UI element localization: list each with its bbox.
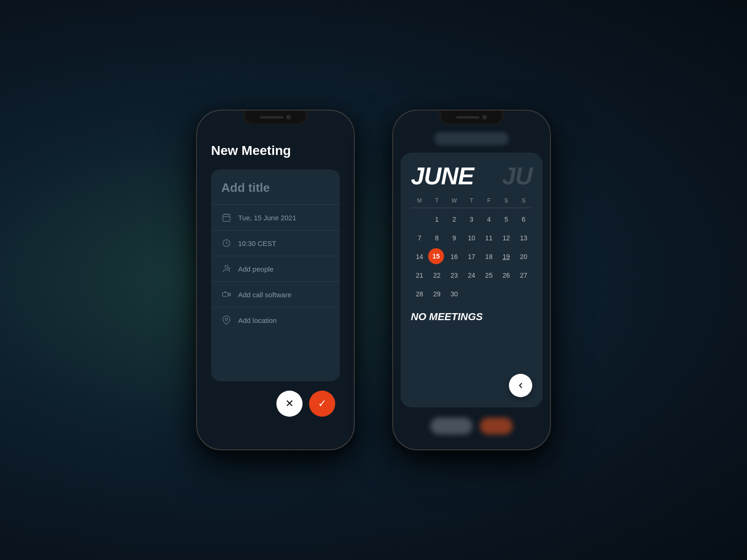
bottom-blur bbox=[393, 407, 550, 449]
calendar-cell bbox=[480, 286, 498, 302]
day-header-w: W bbox=[445, 197, 463, 204]
left-screen: New Meeting Add title Tue, 15 June 2021 bbox=[197, 111, 354, 449]
calendar-header-row: M T W T F S S bbox=[411, 197, 532, 208]
calendar-cell[interactable]: 26 bbox=[498, 267, 515, 284]
calendar-cell[interactable]: 1 bbox=[428, 211, 445, 228]
calendar-cell bbox=[498, 286, 515, 302]
calendar-cell[interactable]: 16 bbox=[445, 248, 463, 265]
svg-point-11 bbox=[226, 318, 228, 321]
left-phone: New Meeting Add title Tue, 15 June 2021 bbox=[196, 110, 355, 450]
day-header-s1: S bbox=[498, 197, 515, 204]
calendar-cell[interactable]: 25 bbox=[480, 267, 498, 284]
right-phone: JUNE JU M T W T F S S 123456789101112131… bbox=[392, 110, 551, 450]
svg-rect-0 bbox=[223, 214, 230, 221]
calendar-cell[interactable]: 19 bbox=[498, 248, 515, 265]
page-title: New Meeting bbox=[211, 143, 340, 158]
calendar-cell[interactable]: 22 bbox=[428, 267, 445, 284]
calendar-cell[interactable]: 23 bbox=[445, 267, 463, 284]
add-call-software-label: Add call software bbox=[238, 291, 291, 299]
calendar-cell[interactable]: 15 bbox=[428, 248, 444, 264]
calendar-cell[interactable]: 29 bbox=[428, 286, 445, 302]
date-row[interactable]: Tue, 15 June 2021 bbox=[221, 205, 330, 230]
right-screen: JUNE JU M T W T F S S 123456789101112131… bbox=[393, 111, 550, 449]
calendar-cell[interactable]: 9 bbox=[445, 230, 463, 246]
calendar-cell[interactable]: 5 bbox=[498, 211, 515, 228]
day-header-m: M bbox=[411, 197, 428, 204]
notch-right bbox=[441, 111, 502, 124]
calendar-cell[interactable]: 18 bbox=[480, 248, 498, 265]
day-header-f: F bbox=[480, 197, 498, 204]
calendar-cell[interactable]: 17 bbox=[463, 248, 480, 265]
calendar-cell[interactable]: 2 bbox=[445, 211, 463, 228]
svg-rect-8 bbox=[223, 293, 228, 296]
clock-icon bbox=[221, 238, 232, 248]
calendar-cell[interactable]: 27 bbox=[515, 267, 532, 284]
calendar-icon bbox=[221, 212, 232, 223]
calendar-cell[interactable]: 4 bbox=[480, 211, 498, 228]
add-call-software-row[interactable]: Add call software bbox=[221, 282, 330, 307]
title-input[interactable]: Add title bbox=[221, 181, 330, 195]
calendar-cell[interactable]: 21 bbox=[411, 267, 428, 284]
bottom-buttons: ✕ ✓ bbox=[211, 381, 340, 435]
calendar-cell bbox=[411, 211, 428, 228]
calendar-cell[interactable]: 14 bbox=[411, 248, 428, 265]
blurred-btn-white bbox=[430, 418, 472, 434]
calendar-grid: M T W T F S S 12345678910111213141516171… bbox=[411, 197, 532, 302]
confirm-button[interactable]: ✓ bbox=[309, 391, 335, 417]
speaker-right bbox=[456, 116, 479, 119]
calendar-cell[interactable]: 7 bbox=[411, 230, 428, 246]
time-label: 10:30 CEST bbox=[238, 239, 276, 247]
blurred-header bbox=[434, 132, 509, 145]
day-header-t2: T bbox=[463, 197, 480, 204]
calendar-cell[interactable]: 6 bbox=[515, 211, 532, 228]
month-name: JUNE bbox=[411, 164, 474, 188]
back-button[interactable] bbox=[509, 374, 532, 397]
calendar-cell[interactable]: 8 bbox=[428, 230, 445, 246]
notch bbox=[245, 111, 306, 124]
calendar-cell[interactable]: 20 bbox=[515, 248, 532, 265]
add-people-label: Add people bbox=[238, 265, 274, 273]
svg-point-5 bbox=[225, 266, 228, 269]
calendar-cell[interactable]: 28 bbox=[411, 286, 428, 302]
form-card: Add title Tue, 15 June 2021 bbox=[211, 169, 340, 381]
blurred-btn-orange bbox=[480, 418, 513, 434]
calendar-card: JUNE JU M T W T F S S 123456789101112131… bbox=[401, 153, 543, 407]
day-header-t1: T bbox=[428, 197, 445, 204]
calendar-cell bbox=[463, 286, 480, 302]
calendar-cell[interactable]: 24 bbox=[463, 267, 480, 284]
camera-right bbox=[482, 115, 487, 119]
day-header-s2: S bbox=[515, 197, 532, 204]
video-call-icon bbox=[221, 289, 232, 300]
add-people-row[interactable]: Add people bbox=[221, 256, 330, 281]
add-person-icon bbox=[221, 264, 232, 274]
calendar-cell[interactable]: 10 bbox=[463, 230, 480, 246]
month-abbr: JU bbox=[502, 164, 532, 188]
calendar-cell bbox=[515, 286, 532, 302]
calendar-cell[interactable]: 3 bbox=[463, 211, 480, 228]
location-icon bbox=[221, 315, 232, 325]
add-location-row[interactable]: Add location bbox=[221, 308, 330, 333]
calendar-cell[interactable]: 12 bbox=[498, 230, 515, 246]
speaker bbox=[260, 116, 283, 119]
camera bbox=[286, 115, 291, 119]
cancel-button[interactable]: ✕ bbox=[276, 391, 303, 417]
time-row[interactable]: 10:30 CEST bbox=[221, 231, 330, 256]
add-location-label: Add location bbox=[238, 316, 277, 324]
month-header: JUNE JU bbox=[411, 164, 532, 188]
no-meetings-label: NO MEETINGS bbox=[411, 311, 532, 323]
calendar-body: 1234567891011121314151617181920212223242… bbox=[411, 211, 532, 302]
calendar-cell[interactable]: 13 bbox=[515, 230, 532, 246]
date-label: Tue, 15 June 2021 bbox=[238, 214, 296, 222]
calendar-cell[interactable]: 11 bbox=[480, 230, 498, 246]
calendar-cell[interactable]: 30 bbox=[445, 286, 463, 302]
